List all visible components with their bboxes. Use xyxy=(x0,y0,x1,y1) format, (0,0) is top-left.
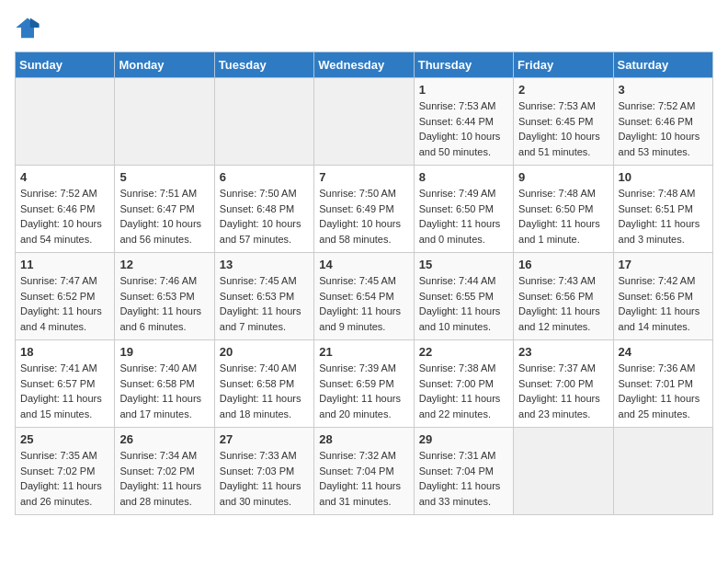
day-info: Sunrise: 7:42 AM Sunset: 6:56 PM Dayligh… xyxy=(619,273,708,334)
day-info: Sunrise: 7:45 AM Sunset: 6:54 PM Dayligh… xyxy=(319,273,408,334)
calendar-cell: 29Sunrise: 7:31 AM Sunset: 7:04 PM Dayli… xyxy=(414,428,513,515)
day-number: 23 xyxy=(518,345,608,359)
calendar-cell: 20Sunrise: 7:40 AM Sunset: 6:58 PM Dayli… xyxy=(214,340,313,428)
day-number: 10 xyxy=(619,170,708,184)
calendar-cell: 3Sunrise: 7:52 AM Sunset: 6:46 PM Daylig… xyxy=(613,78,712,166)
day-header-wednesday: Wednesday xyxy=(314,52,414,78)
day-info: Sunrise: 7:47 AM Sunset: 6:52 PM Dayligh… xyxy=(20,273,109,334)
day-info: Sunrise: 7:36 AM Sunset: 7:01 PM Dayligh… xyxy=(619,361,708,421)
calendar-cell: 6Sunrise: 7:50 AM Sunset: 6:48 PM Daylig… xyxy=(214,166,313,253)
calendar-cell: 2Sunrise: 7:53 AM Sunset: 6:45 PM Daylig… xyxy=(514,78,613,166)
day-info: Sunrise: 7:53 AM Sunset: 6:45 PM Dayligh… xyxy=(518,98,608,159)
day-info: Sunrise: 7:46 AM Sunset: 6:53 PM Dayligh… xyxy=(119,273,209,334)
svg-marker-0 xyxy=(16,18,39,39)
logo xyxy=(15,15,44,40)
day-info: Sunrise: 7:49 AM Sunset: 6:50 PM Dayligh… xyxy=(419,186,508,247)
calendar-cell: 21Sunrise: 7:39 AM Sunset: 6:59 PM Dayli… xyxy=(314,340,414,428)
calendar-cell xyxy=(16,78,115,166)
day-number: 3 xyxy=(619,83,708,97)
calendar-week-row: 18Sunrise: 7:41 AM Sunset: 6:57 PM Dayli… xyxy=(16,340,713,428)
day-header-tuesday: Tuesday xyxy=(214,52,313,78)
calendar-cell xyxy=(514,428,613,515)
calendar-header-row: SundayMondayTuesdayWednesdayThursdayFrid… xyxy=(16,52,713,78)
calendar-week-row: 1Sunrise: 7:53 AM Sunset: 6:44 PM Daylig… xyxy=(16,78,713,166)
calendar-cell: 11Sunrise: 7:47 AM Sunset: 6:52 PM Dayli… xyxy=(16,253,115,340)
calendar-week-row: 4Sunrise: 7:52 AM Sunset: 6:46 PM Daylig… xyxy=(16,166,713,253)
calendar-cell: 4Sunrise: 7:52 AM Sunset: 6:46 PM Daylig… xyxy=(16,166,115,253)
calendar-cell xyxy=(613,428,712,515)
calendar-cell: 1Sunrise: 7:53 AM Sunset: 6:44 PM Daylig… xyxy=(414,78,513,166)
day-number: 14 xyxy=(319,258,408,271)
day-number: 5 xyxy=(119,170,209,184)
day-number: 28 xyxy=(319,432,408,446)
calendar-cell: 14Sunrise: 7:45 AM Sunset: 6:54 PM Dayli… xyxy=(314,253,414,340)
day-info: Sunrise: 7:39 AM Sunset: 6:59 PM Dayligh… xyxy=(319,361,408,421)
calendar-week-row: 11Sunrise: 7:47 AM Sunset: 6:52 PM Dayli… xyxy=(16,253,713,340)
svg-marker-1 xyxy=(30,18,40,29)
day-number: 19 xyxy=(119,345,209,359)
day-info: Sunrise: 7:33 AM Sunset: 7:03 PM Dayligh… xyxy=(220,448,309,509)
day-number: 26 xyxy=(119,432,209,446)
day-info: Sunrise: 7:40 AM Sunset: 6:58 PM Dayligh… xyxy=(119,361,209,421)
day-number: 16 xyxy=(518,258,608,271)
day-number: 8 xyxy=(419,170,508,184)
calendar-cell: 25Sunrise: 7:35 AM Sunset: 7:02 PM Dayli… xyxy=(16,428,115,515)
calendar-cell: 7Sunrise: 7:50 AM Sunset: 6:49 PM Daylig… xyxy=(314,166,414,253)
calendar-cell: 8Sunrise: 7:49 AM Sunset: 6:50 PM Daylig… xyxy=(414,166,513,253)
calendar-cell xyxy=(314,78,414,166)
day-number: 6 xyxy=(220,170,309,184)
day-number: 27 xyxy=(220,432,309,446)
day-info: Sunrise: 7:44 AM Sunset: 6:55 PM Dayligh… xyxy=(419,273,508,334)
day-number: 12 xyxy=(119,258,209,271)
day-info: Sunrise: 7:48 AM Sunset: 6:51 PM Dayligh… xyxy=(619,186,708,247)
calendar-week-row: 25Sunrise: 7:35 AM Sunset: 7:02 PM Dayli… xyxy=(16,428,713,515)
day-number: 4 xyxy=(20,170,109,184)
calendar-cell: 26Sunrise: 7:34 AM Sunset: 7:02 PM Dayli… xyxy=(115,428,214,515)
day-info: Sunrise: 7:37 AM Sunset: 7:00 PM Dayligh… xyxy=(518,361,608,421)
calendar-cell: 10Sunrise: 7:48 AM Sunset: 6:51 PM Dayli… xyxy=(613,166,712,253)
day-info: Sunrise: 7:40 AM Sunset: 6:58 PM Dayligh… xyxy=(220,361,309,421)
day-info: Sunrise: 7:34 AM Sunset: 7:02 PM Dayligh… xyxy=(119,448,209,509)
calendar-cell: 16Sunrise: 7:43 AM Sunset: 6:56 PM Dayli… xyxy=(514,253,613,340)
calendar-cell: 22Sunrise: 7:38 AM Sunset: 7:00 PM Dayli… xyxy=(414,340,513,428)
calendar-cell xyxy=(214,78,313,166)
day-info: Sunrise: 7:50 AM Sunset: 6:48 PM Dayligh… xyxy=(220,186,309,247)
calendar-cell: 27Sunrise: 7:33 AM Sunset: 7:03 PM Dayli… xyxy=(214,428,313,515)
day-number: 13 xyxy=(220,258,309,271)
calendar-cell: 24Sunrise: 7:36 AM Sunset: 7:01 PM Dayli… xyxy=(613,340,712,428)
calendar-table: SundayMondayTuesdayWednesdayThursdayFrid… xyxy=(15,52,713,515)
day-info: Sunrise: 7:35 AM Sunset: 7:02 PM Dayligh… xyxy=(20,448,109,509)
day-number: 29 xyxy=(419,432,508,446)
day-number: 7 xyxy=(319,170,408,184)
day-number: 17 xyxy=(619,258,708,271)
day-header-saturday: Saturday xyxy=(613,52,712,78)
day-number: 24 xyxy=(619,345,708,359)
day-header-friday: Friday xyxy=(514,52,613,78)
day-info: Sunrise: 7:48 AM Sunset: 6:50 PM Dayligh… xyxy=(518,186,608,247)
day-number: 11 xyxy=(20,258,109,271)
day-header-sunday: Sunday xyxy=(16,52,115,78)
calendar-cell: 19Sunrise: 7:40 AM Sunset: 6:58 PM Dayli… xyxy=(115,340,214,428)
day-info: Sunrise: 7:53 AM Sunset: 6:44 PM Dayligh… xyxy=(419,98,508,159)
calendar-cell: 18Sunrise: 7:41 AM Sunset: 6:57 PM Dayli… xyxy=(16,340,115,428)
calendar-cell: 23Sunrise: 7:37 AM Sunset: 7:00 PM Dayli… xyxy=(514,340,613,428)
day-number: 25 xyxy=(20,432,109,446)
day-info: Sunrise: 7:41 AM Sunset: 6:57 PM Dayligh… xyxy=(20,361,109,421)
day-info: Sunrise: 7:50 AM Sunset: 6:49 PM Dayligh… xyxy=(319,186,408,247)
page-header xyxy=(15,15,713,40)
calendar-cell: 28Sunrise: 7:32 AM Sunset: 7:04 PM Dayli… xyxy=(314,428,414,515)
day-number: 18 xyxy=(20,345,109,359)
day-number: 9 xyxy=(518,170,608,184)
calendar-cell: 17Sunrise: 7:42 AM Sunset: 6:56 PM Dayli… xyxy=(613,253,712,340)
day-info: Sunrise: 7:45 AM Sunset: 6:53 PM Dayligh… xyxy=(220,273,309,334)
calendar-cell: 12Sunrise: 7:46 AM Sunset: 6:53 PM Dayli… xyxy=(115,253,214,340)
day-number: 20 xyxy=(220,345,309,359)
day-info: Sunrise: 7:52 AM Sunset: 6:46 PM Dayligh… xyxy=(20,186,109,247)
day-number: 22 xyxy=(419,345,508,359)
day-number: 15 xyxy=(419,258,508,271)
calendar-cell: 9Sunrise: 7:48 AM Sunset: 6:50 PM Daylig… xyxy=(514,166,613,253)
day-info: Sunrise: 7:31 AM Sunset: 7:04 PM Dayligh… xyxy=(419,448,508,509)
calendar-cell: 5Sunrise: 7:51 AM Sunset: 6:47 PM Daylig… xyxy=(115,166,214,253)
day-info: Sunrise: 7:32 AM Sunset: 7:04 PM Dayligh… xyxy=(319,448,408,509)
calendar-cell: 13Sunrise: 7:45 AM Sunset: 6:53 PM Dayli… xyxy=(214,253,313,340)
